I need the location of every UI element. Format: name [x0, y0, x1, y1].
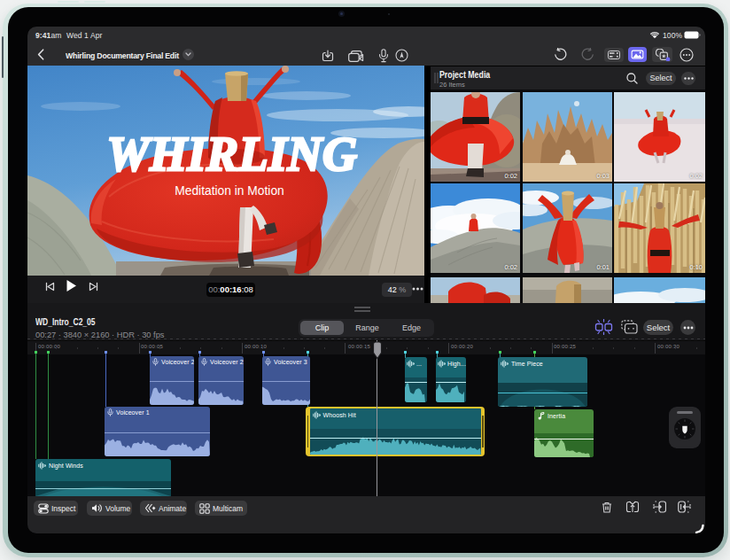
svg-text:WHIRLING: WHIRLING [106, 128, 357, 181]
svg-text:Meditation in Motion: Meditation in Motion [175, 184, 283, 198]
